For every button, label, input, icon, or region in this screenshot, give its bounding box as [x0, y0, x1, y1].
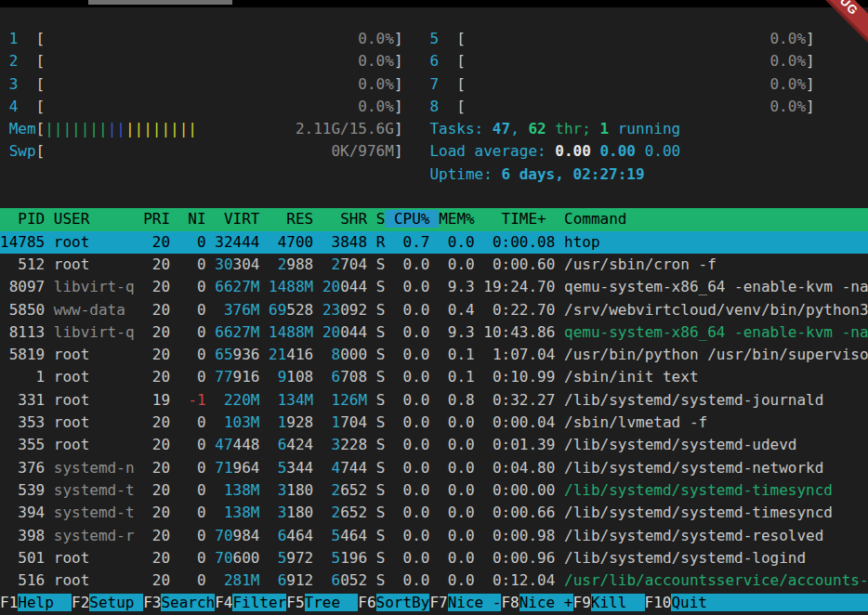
process-row[interactable]: 353 root 20 0 103M 1928 1704 S 0.0 0.0 0…	[0, 412, 868, 434]
fkey-f4[interactable]: F4Filter	[215, 594, 286, 611]
running-count: 1	[599, 120, 609, 137]
cell-shr: 3	[322, 436, 340, 453]
fkey-f3[interactable]: F3Search	[143, 594, 215, 611]
process-row[interactable]: 331 root 19 -1 220M 134M 126M S 0.0 0.8 …	[0, 389, 868, 412]
cell-state: S	[376, 255, 386, 273]
fkey-f2[interactable]: F2Setup	[72, 594, 143, 611]
cell-shr: 5	[322, 549, 340, 567]
cell-pri: 20	[143, 255, 170, 273]
column-header-state[interactable]: S	[376, 210, 386, 228]
cell-user: root	[54, 391, 135, 409]
cell-ni: 0	[179, 255, 206, 273]
cell-shr: 20	[322, 278, 340, 295]
fkey-key-label: F3	[143, 594, 161, 611]
threads-count: 62	[528, 120, 546, 137]
cell-pri: 20	[143, 413, 170, 431]
cell-pri: 20	[143, 459, 170, 477]
cpu8-meter-id: 8	[429, 98, 456, 115]
process-row[interactable]: 501 root 20 0 70600 5972 5196 S 0.0 0.0 …	[0, 547, 868, 569]
cell-virt: 138M	[215, 504, 259, 521]
cell-time: 1:07.04	[483, 346, 555, 363]
cpu5-meter-id: 5	[429, 30, 456, 47]
cell-virt: 30	[215, 255, 232, 273]
column-header-virt[interactable]: VIRT	[215, 210, 259, 228]
cell-command: /lib/systemd/systemd-timesyncd	[564, 504, 833, 521]
column-header-time[interactable]: TIME+	[483, 210, 555, 228]
fkey-f1[interactable]: F1Help	[0, 594, 72, 611]
process-row[interactable]: 8113 libvirt-q 20 0 6627M 1488M 20044 S …	[0, 321, 868, 344]
cpu7-meter-id: 7	[429, 75, 456, 93]
cpu3-meter-value: 0.0%	[45, 75, 394, 93]
process-row[interactable]: 355 root 20 0 47448 6424 3228 S 0.0 0.0 …	[0, 434, 868, 456]
cell-time: 0:00.96	[483, 549, 555, 567]
fkey-key-label: F7	[429, 594, 447, 611]
process-row[interactable]: 398 systemd-r 20 0 70984 6464 5464 S 0.0…	[0, 525, 868, 547]
fkey-f6[interactable]: F6SortBy	[358, 594, 429, 611]
fkey-key-label: F8	[501, 594, 519, 611]
fkey-f8[interactable]: F8Nice +	[501, 594, 572, 611]
cell-cpu-percent: 0.0	[394, 391, 430, 409]
fkey-action-label: Nice +	[519, 594, 573, 611]
cell-time: 0:00.66	[483, 504, 555, 521]
process-row[interactable]: 1 root 20 0 77916 9108 6708 S 0.0 0.1 0:…	[0, 366, 868, 388]
cell-res: 9	[269, 368, 286, 386]
cell-pid: 376	[0, 459, 45, 477]
cpu-meter-row: 4 [ 0.0%] 8 [ 0.0%]	[0, 96, 868, 118]
cell-res: 5	[269, 549, 286, 567]
column-header-res[interactable]: RES	[269, 210, 313, 228]
fkey-f9[interactable]: F9Kill	[573, 594, 645, 611]
cell-user: root	[54, 233, 135, 251]
process-row[interactable]: 8097 libvirt-q 20 0 6627M 1488M 20044 S …	[0, 276, 868, 298]
cell-pri: 20	[143, 346, 170, 363]
cell-mem-percent: 0.0	[439, 481, 475, 499]
column-header-ni[interactable]: NI	[179, 210, 206, 228]
column-header-command[interactable]: Command	[564, 210, 626, 228]
cell-ni: 0	[179, 346, 206, 363]
cpu5-meter-value: 0.0%	[466, 30, 806, 47]
process-row[interactable]: 516 root 20 0 281M 6912 6052 S 0.0 0.0 0…	[0, 569, 868, 592]
cell-ni: 0	[179, 323, 206, 341]
cell-ni: 0	[179, 459, 206, 477]
running-label: running	[609, 120, 680, 137]
cell-command: /usr/lib/accountsservice/accounts-	[564, 571, 868, 589]
process-row[interactable]: 5819 root 20 0 65936 21416 8000 S 0.0 0.…	[0, 344, 868, 366]
column-header-shr[interactable]: SHR	[322, 210, 367, 228]
fkey-key-label: F9	[573, 594, 591, 611]
fkey-f5[interactable]: F5Tree	[286, 594, 358, 611]
cell-res: 2	[269, 255, 286, 273]
cell-pid: 516	[0, 571, 45, 589]
thr-label: thr;	[546, 120, 600, 137]
column-header-pid[interactable]: PID	[0, 210, 45, 228]
cell-virt: 103M	[215, 413, 259, 431]
column-header-user[interactable]: USER	[54, 210, 135, 228]
cell-cpu-percent: 0.0	[394, 301, 430, 319]
column-header-cpu-sort[interactable]: CPU%	[385, 210, 439, 228]
cpu-memory-meters: 1 [ 0.0%] 5 [ 0.0%] 2 [ 0.0%] 6 [ 0.0%] …	[0, 7, 868, 208]
cell-pid: 331	[0, 391, 45, 409]
cell-time: 0:00.98	[483, 527, 555, 544]
process-row[interactable]: 5850 www-data 20 0 376M 69528 23092 S 0.…	[0, 299, 868, 321]
cell-shr: 6	[322, 368, 340, 386]
fkey-key-label: F5	[286, 594, 304, 611]
cell-virt: 138M	[215, 481, 259, 499]
process-row[interactable]: 376 systemd-n 20 0 71964 5344 4744 S 0.0…	[0, 457, 868, 479]
mem-meter-value: 2.11G/15.6G	[197, 120, 394, 137]
cell-cpu-percent: 0.0	[394, 255, 430, 273]
process-row[interactable]: 512 root 20 0 30304 2988 2704 S 0.0 0.0 …	[0, 254, 868, 276]
process-row[interactable]: 14785 root 20 0 32444 4700 3848 R 0.7 0.…	[0, 231, 868, 254]
cell-pid: 1	[0, 368, 45, 386]
fkey-f10[interactable]: F10Quit	[645, 594, 726, 611]
cell-res: 69	[269, 301, 286, 319]
cell-pri: 20	[143, 233, 170, 251]
process-row[interactable]: 539 systemd-t 20 0 138M 3180 2652 S 0.0 …	[0, 479, 868, 502]
fkey-action-label: Setup	[89, 594, 143, 611]
column-header-pri[interactable]: PRI	[143, 210, 170, 228]
fkey-f7[interactable]: F7Nice -	[429, 594, 501, 611]
process-row[interactable]: 394 systemd-t 20 0 138M 3180 2652 S 0.0 …	[0, 502, 868, 524]
cpu2-meter-id: 2	[9, 52, 36, 70]
cell-pri: 20	[143, 323, 170, 341]
cell-pid: 398	[0, 527, 45, 544]
uptime-value: 6 days, 02:27:19	[501, 165, 644, 183]
column-header-mem[interactable]: MEM%	[439, 210, 475, 228]
cpu-meter-row: 3 [ 0.0%] 7 [ 0.0%]	[0, 73, 868, 96]
